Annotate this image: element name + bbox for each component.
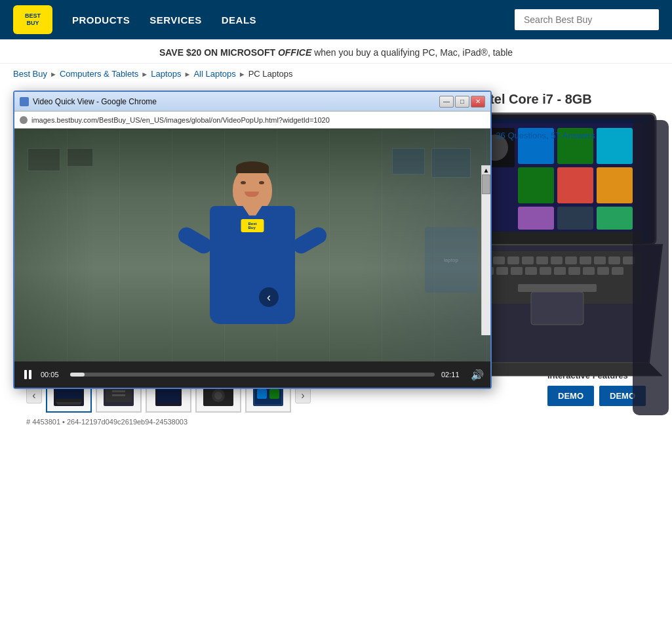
svg-rect-33 bbox=[554, 267, 566, 275]
prev-arrow[interactable]: ‹ bbox=[259, 287, 279, 307]
window-title: Video Quick View - Google Chrome bbox=[33, 97, 435, 106]
svg-rect-35 bbox=[583, 267, 595, 275]
svg-rect-12 bbox=[557, 207, 593, 230]
breadcrumb-sep-4: ► bbox=[239, 70, 246, 78]
minimize-button[interactable]: — bbox=[439, 96, 454, 108]
svg-rect-20 bbox=[522, 256, 534, 264]
svg-rect-43 bbox=[56, 399, 82, 402]
promo-text: SAVE $20 ON MICROSOFT OFFICE bbox=[159, 47, 311, 58]
video-controls: 00:05 02:11 🔊 bbox=[14, 361, 490, 388]
browser-icon bbox=[20, 97, 29, 106]
nav-services[interactable]: SERVICES bbox=[149, 14, 202, 26]
time-current: 00:05 bbox=[41, 371, 64, 379]
svg-rect-26 bbox=[608, 256, 620, 264]
svg-rect-9 bbox=[557, 167, 593, 203]
svg-rect-34 bbox=[568, 267, 580, 275]
svg-rect-10 bbox=[597, 167, 633, 203]
svg-rect-18 bbox=[493, 256, 505, 264]
promo-banner: SAVE $20 ON MICROSOFT OFFICE when you bu… bbox=[0, 39, 672, 64]
svg-rect-11 bbox=[518, 207, 554, 230]
svg-rect-22 bbox=[551, 256, 563, 264]
svg-rect-55 bbox=[257, 389, 267, 399]
svg-rect-13 bbox=[597, 207, 633, 230]
breadcrumb-laptops[interactable]: Laptops bbox=[151, 69, 181, 79]
pause-button[interactable] bbox=[21, 368, 34, 381]
nav-deals[interactable]: DEALS bbox=[222, 14, 256, 26]
breadcrumb-sep-1: ► bbox=[50, 70, 57, 78]
svg-rect-23 bbox=[565, 256, 577, 264]
svg-point-52 bbox=[214, 392, 222, 399]
breadcrumb-all-laptops[interactable]: All Laptops bbox=[193, 69, 235, 79]
pause-icon bbox=[24, 370, 31, 379]
svg-rect-40 bbox=[633, 120, 669, 415]
svg-rect-39 bbox=[531, 292, 583, 325]
qa-link[interactable]: 26 Questions, 57 Answers bbox=[496, 131, 595, 140]
close-button[interactable]: ✕ bbox=[471, 96, 485, 108]
window-titlebar: Video Quick View - Google Chrome — □ ✕ bbox=[14, 92, 490, 112]
time-total: 02:11 bbox=[441, 371, 464, 379]
svg-rect-31 bbox=[525, 267, 537, 275]
video-container[interactable]: laptop bbox=[14, 129, 490, 361]
bestbuy-shirt-badge: BestBuy bbox=[241, 219, 264, 232]
svg-rect-36 bbox=[597, 267, 609, 275]
video-background: laptop bbox=[14, 129, 490, 361]
svg-rect-3 bbox=[472, 232, 642, 245]
breadcrumb-sep-3: ► bbox=[184, 70, 191, 78]
breadcrumb-current: PC Laptops bbox=[248, 69, 293, 79]
header: BESTBUY PRODUCTS SERVICES DEALS bbox=[0, 0, 672, 39]
breadcrumb-sep-2: ► bbox=[141, 70, 148, 78]
main-content: Video Quick View - Google Chrome — □ ✕ i… bbox=[0, 84, 672, 444]
bestbuy-logo[interactable]: BESTBUY bbox=[13, 5, 52, 34]
svg-rect-47 bbox=[112, 394, 125, 396]
svg-rect-38 bbox=[518, 284, 597, 292]
scrollbar-thumb[interactable] bbox=[482, 174, 490, 194]
svg-rect-49 bbox=[157, 387, 180, 403]
search-input[interactable] bbox=[515, 9, 659, 30]
svg-rect-46 bbox=[112, 390, 125, 392]
breadcrumb-computers[interactable]: Computers & Tablets bbox=[60, 69, 138, 79]
promo-subtext: when you buy a qualifying PC, Mac, iPad®… bbox=[314, 47, 513, 58]
svg-rect-37 bbox=[612, 267, 623, 275]
breadcrumb-home[interactable]: Best Buy bbox=[13, 69, 47, 79]
presenter-body: BestBuy bbox=[210, 206, 295, 324]
breadcrumb: Best Buy ► Computers & Tablets ► Laptops… bbox=[0, 64, 672, 84]
nav-products[interactable]: PRODUCTS bbox=[72, 14, 130, 26]
video-presenter: BestBuy bbox=[210, 167, 295, 324]
svg-rect-19 bbox=[507, 256, 519, 264]
video-scrollbar[interactable]: ▲ bbox=[481, 165, 490, 335]
progress-fill bbox=[70, 373, 85, 377]
volume-button[interactable]: 🔊 bbox=[471, 369, 484, 381]
svg-rect-21 bbox=[536, 256, 548, 264]
svg-rect-8 bbox=[518, 167, 554, 203]
address-bar: images.bestbuy.com/BestBuy_US/en_US/imag… bbox=[14, 112, 490, 129]
svg-rect-25 bbox=[594, 256, 606, 264]
main-nav: PRODUCTS SERVICES DEALS bbox=[72, 14, 495, 26]
video-popup: Video Quick View - Google Chrome — □ ✕ i… bbox=[13, 91, 492, 389]
svg-rect-29 bbox=[496, 267, 508, 275]
maximize-button[interactable]: □ bbox=[455, 96, 469, 108]
page-icon bbox=[20, 116, 28, 124]
svg-rect-32 bbox=[540, 267, 551, 275]
svg-rect-56 bbox=[269, 389, 279, 399]
svg-rect-24 bbox=[580, 256, 591, 264]
svg-rect-30 bbox=[511, 267, 523, 275]
window-controls: — □ ✕ bbox=[439, 96, 485, 108]
url-text: images.bestbuy.com/BestBuy_US/en_US/imag… bbox=[31, 116, 330, 124]
progress-bar[interactable] bbox=[70, 373, 435, 377]
